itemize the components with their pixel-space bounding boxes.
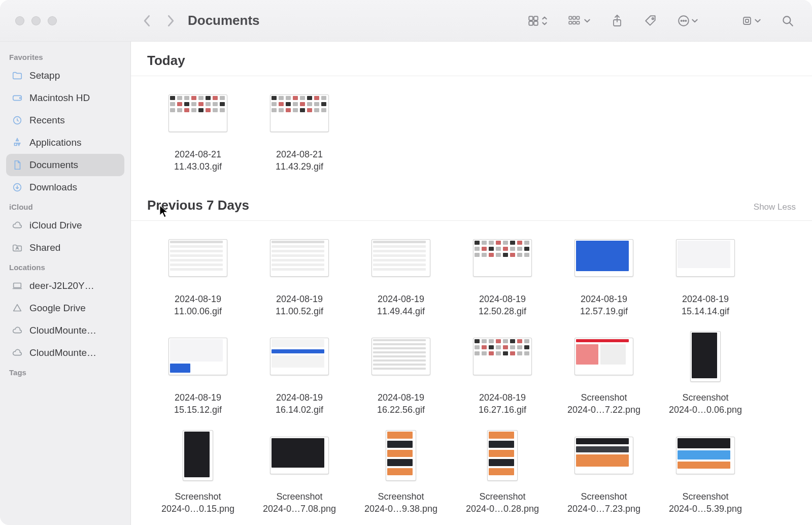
file-item[interactable]: 2024-08-1911.00.06.gif (147, 228, 249, 318)
updown-icon (541, 15, 548, 26)
document-icon (11, 159, 23, 171)
sidebar-item-label: Macintosh HD (29, 92, 90, 104)
file-item[interactable]: 2024-08-1912.57.19.gif (553, 228, 655, 318)
file-item[interactable]: 2024-08-1915.15.12.gif (147, 326, 249, 416)
tags-button[interactable] (639, 11, 662, 31)
sidebar-item-recents[interactable]: Recents (6, 109, 124, 132)
file-name-line1: Screenshot (581, 392, 627, 403)
file-item[interactable]: 2024-08-2111.43.03.gif (147, 83, 249, 173)
file-item[interactable]: Screenshot2024-0…9.38.png (350, 425, 452, 515)
view-mode-control[interactable] (527, 14, 548, 27)
file-name: 2024-08-1911.00.06.gif (174, 293, 222, 318)
file-item[interactable]: Screenshot2024-0…7.08.png (249, 425, 350, 515)
file-name: 2024-08-1916.22.56.gif (377, 391, 425, 416)
zoom-window-button[interactable] (48, 16, 57, 25)
file-name-line1: Screenshot (276, 491, 322, 502)
window-controls (0, 0, 131, 41)
file-name-line2: 16.22.56.gif (377, 404, 425, 416)
sidebar-item-label: deer-J2L20Y… (29, 280, 94, 291)
svg-rect-7 (569, 21, 571, 24)
group-header: Today (131, 42, 812, 76)
file-item[interactable]: Screenshot2024-0…5.39.png (655, 425, 756, 515)
file-item[interactable]: 2024-08-1911.00.52.gif (249, 228, 350, 318)
sidebar-item-google-drive[interactable]: Google Drive (6, 297, 124, 319)
group-title: Today (147, 53, 185, 69)
show-less-button[interactable]: Show Less (754, 202, 796, 212)
file-name-line1: Screenshot (175, 491, 221, 502)
file-item[interactable]: Screenshot2024-0…0.06.png (655, 326, 756, 416)
sidebar-item-label: CloudMounte… (29, 325, 96, 336)
share-button[interactable] (606, 11, 628, 31)
file-name-line2: 2024-0…7.23.png (567, 503, 640, 515)
file-thumbnail (690, 326, 721, 386)
file-thumbnail (270, 326, 329, 386)
tag-icon (644, 14, 657, 27)
extension-button[interactable] (741, 15, 761, 27)
file-item[interactable]: Screenshot2024-0…0.15.png (147, 425, 249, 515)
sidebar-item-documents[interactable]: Documents (6, 154, 124, 176)
minimize-window-button[interactable] (31, 16, 41, 25)
action-menu-button[interactable] (677, 14, 698, 27)
back-button[interactable] (138, 11, 156, 31)
file-name: 2024-08-1915.15.12.gif (174, 391, 222, 416)
sidebar-item-setapp[interactable]: Setapp (6, 64, 124, 87)
file-item[interactable]: 2024-08-1911.49.44.gif (350, 228, 452, 318)
cloud-mount-icon (11, 347, 23, 359)
sidebar-item-deer-j2l20y[interactable]: deer-J2L20Y… (6, 275, 124, 297)
sidebar-item-shared[interactable]: Shared (6, 237, 124, 259)
file-item[interactable]: 2024-08-1912.50.28.gif (452, 228, 553, 318)
sidebar-item-label: Setapp (29, 70, 60, 81)
svg-line-19 (790, 23, 792, 25)
sidebar: FavoritesSetappMacintosh HDRecentsApplic… (0, 42, 131, 525)
file-thumbnail (270, 425, 329, 485)
sidebar-section-title: Locations (6, 259, 124, 275)
file-item[interactable]: 2024-08-1916.27.16.gif (452, 326, 553, 416)
file-thumbnail (574, 425, 633, 485)
file-name: 2024-08-2111.43.03.gif (174, 148, 222, 173)
file-name-line2: 15.14.14.gif (682, 305, 729, 317)
svg-rect-0 (529, 16, 533, 20)
svg-point-18 (783, 16, 790, 23)
svg-rect-2 (529, 21, 533, 25)
sidebar-item-label: iCloud Drive (29, 220, 82, 231)
file-name-line1: 2024-08-19 (175, 392, 221, 403)
chevron-left-icon (142, 15, 152, 27)
svg-point-14 (683, 20, 684, 21)
file-name-line2: 16.14.02.gif (276, 404, 323, 416)
content-area: Today2024-08-2111.43.03.gif2024-08-2111.… (131, 42, 812, 525)
file-item[interactable]: 2024-08-1915.14.14.gif (655, 228, 756, 318)
close-window-button[interactable] (15, 16, 24, 25)
file-name: Screenshot2024-0…0.28.png (466, 490, 539, 515)
sidebar-item-label: Recents (29, 115, 65, 126)
file-name-line2: 2024-0…7.22.png (567, 404, 640, 416)
file-item[interactable]: Screenshot2024-0…7.22.png (553, 326, 655, 416)
file-grid: 2024-08-1911.00.06.gif2024-08-1911.00.52… (131, 221, 812, 525)
file-item[interactable]: 2024-08-1916.22.56.gif (350, 326, 452, 416)
search-button[interactable] (776, 11, 799, 31)
group-by-control[interactable] (567, 14, 591, 27)
file-name-line1: 2024-08-19 (479, 392, 526, 403)
laptop-icon (11, 280, 23, 292)
file-thumbnail (386, 425, 416, 485)
forward-button[interactable] (161, 11, 180, 31)
clock-icon (11, 114, 23, 126)
file-item[interactable]: 2024-08-2111.43.29.gif (249, 83, 350, 173)
svg-rect-8 (573, 21, 576, 24)
chevron-down-icon (584, 17, 591, 24)
file-thumbnail (371, 228, 430, 288)
sidebar-item-label: Downloads (29, 182, 77, 193)
sidebar-item-cloudmounte[interactable]: CloudMounte… (6, 342, 124, 364)
file-name: 2024-08-1916.27.16.gif (479, 391, 526, 416)
share-icon (611, 14, 623, 28)
sidebar-item-applications[interactable]: Applications (6, 132, 124, 154)
file-item[interactable]: Screenshot2024-0…7.23.png (553, 425, 655, 515)
file-name-line2: 11.00.06.gif (174, 305, 222, 317)
sidebar-item-cloudmounte[interactable]: CloudMounte… (6, 319, 124, 342)
sidebar-item-downloads[interactable]: Downloads (6, 176, 124, 199)
sidebar-item-icloud-drive[interactable]: iCloud Drive (6, 214, 124, 237)
file-item[interactable]: 2024-08-1916.14.02.gif (249, 326, 350, 416)
sidebar-item-macintosh-hd[interactable]: Macintosh HD (6, 87, 124, 109)
file-item[interactable]: Screenshot2024-0…0.28.png (452, 425, 553, 515)
svg-rect-1 (534, 16, 538, 20)
file-name-line1: Screenshot (479, 491, 525, 502)
